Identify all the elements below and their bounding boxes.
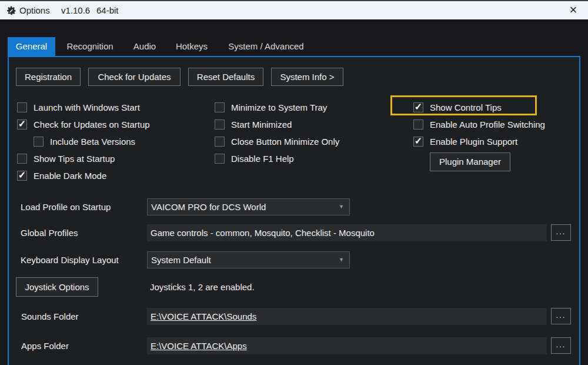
checkbox[interactable]: ✓	[17, 154, 27, 164]
apps-folder-browse-button[interactable]: ...	[551, 337, 571, 354]
checkbox[interactable]: ✓	[34, 137, 44, 147]
sounds-folder-browse-button[interactable]: ...	[551, 308, 571, 324]
checkbox-column-2: ✓ Minimize to System Tray ✓ Start Minimi…	[215, 99, 339, 167]
checkbox[interactable]: ✓	[17, 102, 27, 112]
checkbox-row[interactable]: ✓ Check for Updates on Startup	[17, 116, 150, 133]
global-profiles-browse-button[interactable]: ...	[551, 224, 571, 241]
keyboard-layout-dropdown[interactable]: System Default ▼	[147, 251, 350, 268]
checkbox[interactable]: ✓	[413, 120, 423, 130]
checkbox-label: Start Minimized	[231, 120, 292, 130]
joystick-status: Joysticks 1, 2 are enabled.	[150, 278, 255, 296]
checkbox-label: Enable Plugin Support	[430, 137, 517, 147]
keyboard-layout-value: System Default	[151, 255, 211, 265]
checkbox-label: Check for Updates on Startup	[34, 120, 150, 130]
apps-folder-link[interactable]: E:\VOICE ATTACK\Apps	[151, 341, 247, 351]
checkbox-label: Include Beta Versions	[50, 137, 135, 147]
checkbox-row[interactable]: ✓ Show Tips at Startup	[17, 150, 150, 167]
tab-label: Recognition	[66, 41, 113, 51]
tab-strip: GeneralRecognitionAudioHotkeysSystem / A…	[8, 37, 313, 56]
bitness-label: 64-bit	[96, 1, 119, 19]
keyboard-layout-label: Keyboard Display Layout	[21, 251, 119, 268]
plugin-manager-button[interactable]: Plugin Manager	[430, 152, 510, 171]
checkbox-row[interactable]: ✓ Close Button Minimize Only	[215, 133, 339, 150]
check-for-updates-button[interactable]: Check for Updates	[88, 68, 181, 86]
gear-icon	[5, 5, 17, 17]
joystick-options-button[interactable]: Joystick Options	[16, 277, 98, 297]
checkbox[interactable]: ✓	[215, 137, 225, 147]
close-icon[interactable]: ×	[563, 1, 583, 19]
checkmark-icon: ✓	[18, 171, 26, 180]
tab[interactable]: General	[8, 37, 55, 56]
checkbox-label: Launch with Windows Start	[34, 102, 140, 112]
registration-button[interactable]: Registration	[16, 68, 81, 86]
load-profile-value: VAICOM PRO for DCS World	[151, 202, 266, 212]
titlebar: Options v1.10.6 64-bit ×	[0, 0, 588, 19]
tab[interactable]: Audio	[125, 37, 165, 56]
window-body: GeneralRecognitionAudioHotkeysSystem / A…	[0, 19, 588, 365]
checkbox[interactable]: ✓	[413, 137, 423, 147]
checkbox[interactable]: ✓	[215, 120, 225, 130]
checkbox[interactable]: ✓	[17, 120, 27, 130]
checkbox-label: Disable F1 Help	[231, 154, 294, 164]
chevron-down-icon: ▼	[339, 252, 344, 268]
tab-label: Hotkeys	[176, 41, 208, 51]
global-profiles-field[interactable]: Game controls - common, Mosquito, Checkl…	[147, 224, 547, 241]
tab-label: General	[16, 41, 47, 51]
checkbox-label: Enable Dark Mode	[34, 171, 106, 181]
checkbox-row[interactable]: ✓ Start Minimized	[215, 116, 339, 133]
tab[interactable]: Hotkeys	[165, 37, 219, 56]
apps-folder-field[interactable]: E:\VOICE ATTACK\Apps	[147, 337, 547, 354]
sounds-folder-link[interactable]: E:\VOICE ATTACK\Sounds	[151, 311, 256, 321]
chevron-down-icon: ▼	[339, 199, 344, 215]
general-tab-pane: Registration Check for Updates Reset Def…	[8, 56, 580, 365]
checkbox-label: Enable Auto Profile Switching	[430, 120, 545, 130]
checkbox[interactable]: ✓	[215, 154, 225, 164]
checkmark-icon: ✓	[415, 137, 422, 146]
load-profile-label: Load Profile on Startup	[21, 198, 111, 215]
checkbox-label: Close Button Minimize Only	[231, 137, 339, 147]
tab-label: System / Advanced	[228, 41, 303, 51]
version-label: v1.10.6	[61, 1, 90, 19]
apps-folder-label: Apps Folder	[21, 337, 69, 354]
global-profiles-label: Global Profiles	[21, 224, 78, 241]
tab[interactable]: Recognition	[55, 37, 125, 56]
global-profiles-value: Game controls - common, Mosquito, Checkl…	[151, 228, 375, 238]
reset-defaults-button[interactable]: Reset Defaults	[188, 68, 263, 86]
window-title: Options	[19, 1, 50, 19]
system-info-button[interactable]: System Info >	[271, 68, 343, 86]
checkbox[interactable]: ✓	[215, 102, 225, 112]
tab[interactable]: System / Advanced	[219, 37, 313, 56]
checkbox-row[interactable]: ✓ Enable Plugin Support	[413, 133, 545, 150]
checkbox-row[interactable]: ✓ Minimize to System Tray	[215, 99, 339, 116]
checkbox-row[interactable]: ✓ Disable F1 Help	[215, 150, 339, 167]
checkmark-icon: ✓	[18, 120, 26, 129]
checkbox-label: Minimize to System Tray	[231, 102, 327, 112]
checkbox-row[interactable]: ✓ Include Beta Versions	[34, 133, 150, 150]
load-profile-dropdown[interactable]: VAICOM PRO for DCS World ▼	[147, 198, 350, 215]
sounds-folder-field[interactable]: E:\VOICE ATTACK\Sounds	[147, 308, 547, 325]
sounds-folder-label: Sounds Folder	[21, 308, 79, 325]
highlight-annotation	[390, 95, 537, 115]
checkbox-label: Show Tips at Startup	[34, 154, 115, 164]
checkbox-row[interactable]: ✓ Launch with Windows Start	[17, 99, 150, 116]
tab-label: Audio	[133, 41, 156, 51]
checkbox-row[interactable]: ✓ Enable Auto Profile Switching	[413, 116, 545, 133]
checkbox[interactable]: ✓	[17, 171, 27, 181]
checkbox-row[interactable]: ✓ Enable Dark Mode	[17, 167, 150, 184]
checkbox-column-1: ✓ Launch with Windows Start ✓ Check for …	[17, 99, 150, 184]
